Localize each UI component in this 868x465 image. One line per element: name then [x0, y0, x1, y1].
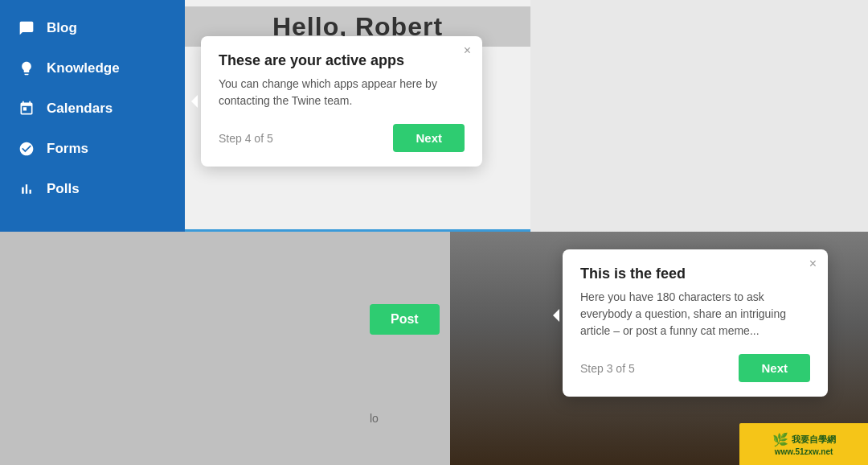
- sidebar-item-blog[interactable]: Blog: [0, 8, 185, 48]
- chat-icon: [18, 19, 35, 37]
- sidebar-item-polls-label: Polls: [47, 181, 80, 197]
- sidebar-item-calendars-label: Calendars: [47, 101, 113, 117]
- tooltip2-body: Here you have 180 characters to ask ever…: [580, 289, 810, 339]
- watermark-inner: 🌿 我要自學網 www.51zxw.net: [772, 432, 836, 456]
- lo-text: lo: [370, 412, 379, 425]
- tooltip1-title: These are your active apps: [219, 52, 465, 69]
- tooltip2-title: This is the feed: [580, 265, 810, 282]
- sidebar-item-forms[interactable]: Forms: [0, 129, 185, 169]
- tooltip1-next-button[interactable]: Next: [393, 124, 465, 152]
- sidebar-item-polls[interactable]: Polls: [0, 169, 185, 209]
- tooltip1-body: You can change which apps appear here by…: [219, 76, 465, 109]
- post-button[interactable]: Post: [370, 304, 440, 335]
- tooltip1-step: Step 4 of 5: [219, 132, 273, 145]
- check-circle-icon: [18, 140, 35, 158]
- watermark-logo: 🌿 我要自學網: [772, 432, 836, 447]
- watermark: 🌿 我要自學網 www.51zxw.net: [739, 423, 868, 465]
- tooltip1-footer: Step 4 of 5 Next: [219, 124, 465, 152]
- sidebar-item-forms-label: Forms: [47, 141, 88, 157]
- watermark-brand-text: 我要自學網: [792, 434, 836, 446]
- tooltip-card-2: × This is the feed Here you have 180 cha…: [563, 249, 828, 397]
- bottom-left: Post lo: [0, 232, 450, 465]
- bulb-icon: [18, 60, 35, 77]
- leaf-icon: 🌿: [772, 432, 788, 447]
- sidebar-item-blog-label: Blog: [47, 20, 77, 36]
- tooltip-card-1: × These are your active apps You can cha…: [201, 36, 482, 167]
- tooltip2-close-button[interactable]: ×: [809, 257, 817, 270]
- tooltip2-step: Step 3 of 5: [580, 362, 635, 375]
- tooltip2-footer: Step 3 of 5 Next: [580, 354, 810, 382]
- tooltip2-next-button[interactable]: Next: [739, 354, 810, 382]
- tooltip1-close-button[interactable]: ×: [464, 44, 471, 57]
- sidebar-item-knowledge[interactable]: Knowledge: [0, 48, 185, 88]
- bar-chart-icon: [18, 180, 35, 198]
- sidebar-item-calendars[interactable]: Calendars: [0, 88, 185, 129]
- sidebar-item-knowledge-label: Knowledge: [47, 60, 120, 76]
- sidebar: Blog Knowledge Calendars: [0, 0, 185, 232]
- calendar-icon: [18, 100, 35, 117]
- watermark-url-text: www.51zxw.net: [772, 447, 836, 456]
